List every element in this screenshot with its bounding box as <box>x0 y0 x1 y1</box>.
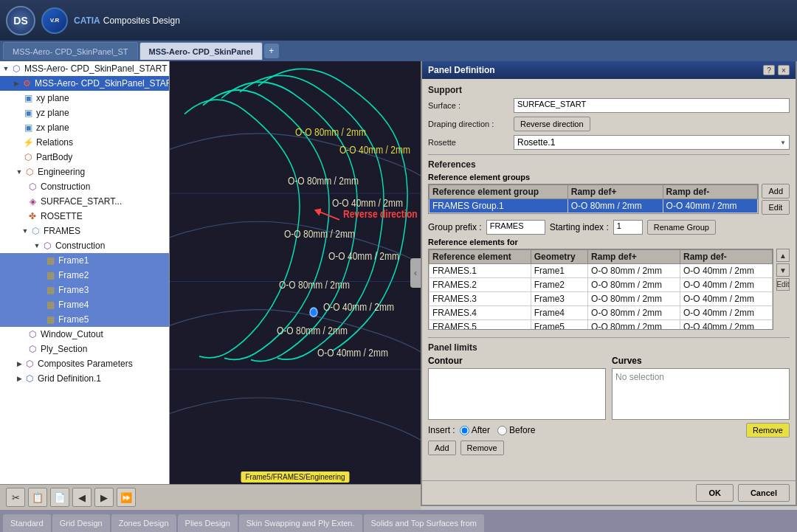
root-icon: ⬡ <box>10 63 22 75</box>
tree-zx-plane[interactable]: ▣ zx plane <box>0 120 169 135</box>
tree-construction2-label: Construction <box>55 241 105 251</box>
group-buttons: Add Edit <box>762 184 790 215</box>
tab-skin-panel-st[interactable]: MSS-Aero- CPD_SkinPanel_ST <box>3 42 138 60</box>
tree-ply-section[interactable]: ⬡ Ply_Section <box>0 342 169 356</box>
remove2-button[interactable]: Remove <box>746 423 790 438</box>
tree-frame1[interactable]: ▦ Frame1 <box>0 253 169 268</box>
app-logo: DS <box>6 6 35 35</box>
tree-frame4[interactable]: ▦ Frame4 <box>0 297 169 312</box>
insert-after-label: After <box>472 425 490 435</box>
frame5-icon: ▦ <box>44 314 56 325</box>
tree-frame5-label: Frame5 <box>58 314 89 325</box>
tree-construction2[interactable]: ▼ ⬡ Construction <box>0 238 169 253</box>
starting-index-label: Starting index : <box>550 222 609 232</box>
ref-row-3[interactable]: FRAMES.3 Frame3 O-O 80mm / 2mm O-O 40mm … <box>429 292 773 306</box>
ref-table-container[interactable]: Reference element Geometry Ramp def+ Ram… <box>428 249 773 330</box>
panel-limits-label: Panel limits <box>428 342 790 353</box>
tree-construction1[interactable]: ⬡ Construction <box>0 179 169 194</box>
toolbar-fast-forward[interactable]: ⏩ <box>117 488 136 507</box>
dialog-help-button[interactable]: ? <box>763 65 775 75</box>
tree-relations[interactable]: ⚡ Relations <box>0 135 169 150</box>
starting-index-input[interactable]: 1 <box>613 220 643 235</box>
cancel-button[interactable]: Cancel <box>738 484 790 502</box>
edit-group-button[interactable]: Edit <box>762 200 790 215</box>
tree-composites[interactable]: ▶ ⬡ Composites Parameters <box>0 356 169 371</box>
contour-box[interactable] <box>428 368 606 420</box>
tree-engineering[interactable]: ▼ ⬡ Engineering <box>0 165 169 179</box>
ref-rm-5: O-O 40mm / 2mm <box>680 320 773 331</box>
svg-text:O-O 80mm / 2mm: O-O 80mm / 2mm <box>279 279 350 291</box>
ref-el-5: FRAMES.5 <box>429 320 531 331</box>
insert-before-label: Before <box>509 425 535 435</box>
tab-skin-swapping[interactable]: Skin Swapping and Ply Exten. <box>239 514 362 532</box>
dialog-close-button[interactable]: × <box>778 65 790 75</box>
ref-geo-5: Frame5 <box>531 320 587 331</box>
ref-row-1[interactable]: FRAMES.1 Frame1 O-O 80mm / 2mm O-O 40mm … <box>429 264 773 278</box>
tree-expand-root[interactable]: ▼ <box>1 64 10 73</box>
window-cutout-icon: ⬡ <box>27 328 38 340</box>
tree-expand-cons2[interactable]: ▼ <box>32 241 41 250</box>
ref-row-2[interactable]: FRAMES.2 Frame2 O-O 80mm / 2mm O-O 40mm … <box>429 278 773 292</box>
scroll-up-button[interactable]: ▲ <box>776 249 790 262</box>
tree-main-node[interactable]: ▶ ⚙ MSS-Aero- CPD_SkinPanel_START A <box>0 76 169 91</box>
tab-zones-design[interactable]: Zones Design <box>111 514 176 532</box>
col-ref-ramp-minus: Ramp def- <box>680 250 773 264</box>
insert-after-input[interactable] <box>460 426 469 435</box>
reverse-direction-button[interactable]: Reverse direction <box>514 117 590 131</box>
tree-xy-plane[interactable]: ▣ xy plane <box>0 91 169 106</box>
tree-frame5[interactable]: ▦ Frame5 <box>0 312 169 327</box>
group-row-1[interactable]: FRAMES Group.1 O-O 80mm / 2mm O-O 40mm /… <box>429 199 758 213</box>
scroll-down-button[interactable]: ▼ <box>776 263 790 277</box>
tab-add-button[interactable]: + <box>264 44 279 58</box>
insert-after-radio[interactable]: After <box>460 425 490 435</box>
group-prefix-input[interactable]: FRAMES <box>486 220 545 235</box>
tree-surface-start[interactable]: ◈ SURFACE_START... <box>0 194 169 209</box>
tree-yz-plane[interactable]: ▣ yz plane <box>0 106 169 120</box>
tree-frame4-label: Frame4 <box>58 300 89 310</box>
ref-edit-button[interactable]: Edit <box>776 278 790 291</box>
tree-window-cutout[interactable]: ⬡ Window_Cutout <box>0 327 169 342</box>
tree-grid-def[interactable]: ▶ ⬡ Grid Definition.1 <box>0 371 169 386</box>
rosette-dropdown[interactable]: Rosette.1 ▼ <box>514 135 790 150</box>
tab-skin-panel[interactable]: MSS-Aero- CPD_SkinPanel <box>139 42 263 60</box>
toolbar-forward[interactable]: ▶ <box>94 488 114 507</box>
add-limit-button[interactable]: Add <box>428 441 456 455</box>
tree-partbody[interactable]: ⬡ PartBody <box>0 150 169 165</box>
ref-rp-5: O-O 80mm / 2mm <box>588 320 680 331</box>
insert-before-input[interactable] <box>497 426 507 435</box>
left-collapse-handle[interactable]: ‹ <box>410 258 421 288</box>
tree-rosette[interactable]: ✤ ROSETTE <box>0 209 169 224</box>
tree-expand-frames[interactable]: ▼ <box>21 227 30 235</box>
app-title: CATIA Composites Design <box>74 15 180 26</box>
ok-button[interactable]: OK <box>696 484 734 502</box>
insert-before-radio[interactable]: Before <box>497 425 535 435</box>
ply-section-icon: ⬡ <box>27 343 38 355</box>
tab-standard[interactable]: Standard <box>3 514 51 532</box>
tree-root[interactable]: ▼ ⬡ MSS-Aero- CPD_SkinPanel_START A <box>0 61 169 76</box>
tree-expand-grid[interactable]: ▶ <box>15 374 24 383</box>
tab-grid-design[interactable]: Grid Design <box>52 514 110 532</box>
tab-solids-top[interactable]: Solids and Top Surfaces from <box>364 514 484 532</box>
remove-limit-button[interactable]: Remove <box>460 441 504 455</box>
curves-box[interactable]: No selection <box>612 368 790 420</box>
tree-expand-comp[interactable]: ▶ <box>15 359 24 368</box>
svg-text:O-O 80mm / 2mm: O-O 80mm / 2mm <box>295 126 366 138</box>
tab-plies-design[interactable]: Plies Design <box>178 514 238 532</box>
tree-frame3[interactable]: ▦ Frame3 <box>0 283 169 297</box>
toolbar-paste[interactable]: 📄 <box>50 488 69 507</box>
tree-frames[interactable]: ▼ ⬡ FRAMES <box>0 224 169 238</box>
toolbar-copy[interactable]: 📋 <box>28 488 47 507</box>
tree-expand-eng[interactable]: ▼ <box>15 167 24 176</box>
tree-frame2[interactable]: ▦ Frame2 <box>0 268 169 283</box>
add-group-button[interactable]: Add <box>762 184 790 198</box>
tree-relations-label: Relations <box>36 137 73 148</box>
toolbar-scissors[interactable]: ✂ <box>6 488 25 507</box>
toolbar-back[interactable]: ◀ <box>72 488 92 507</box>
ref-row-4[interactable]: FRAMES.4 Frame4 O-O 80mm / 2mm O-O 40mm … <box>429 306 773 320</box>
tree-panel[interactable]: ▼ ⬡ MSS-Aero- CPD_SkinPanel_START A ▶ ⚙ … <box>0 61 170 484</box>
tree-expand-main[interactable]: ▶ <box>12 79 21 88</box>
surface-input[interactable]: SURFACE_START <box>514 98 790 113</box>
rename-group-button[interactable]: Rename Group <box>647 220 716 235</box>
ref-row-5[interactable]: FRAMES.5 Frame5 O-O 80mm / 2mm O-O 40mm … <box>429 320 773 331</box>
groups-table-container[interactable]: Reference element group Ramp def+ Ramp d… <box>428 184 759 214</box>
